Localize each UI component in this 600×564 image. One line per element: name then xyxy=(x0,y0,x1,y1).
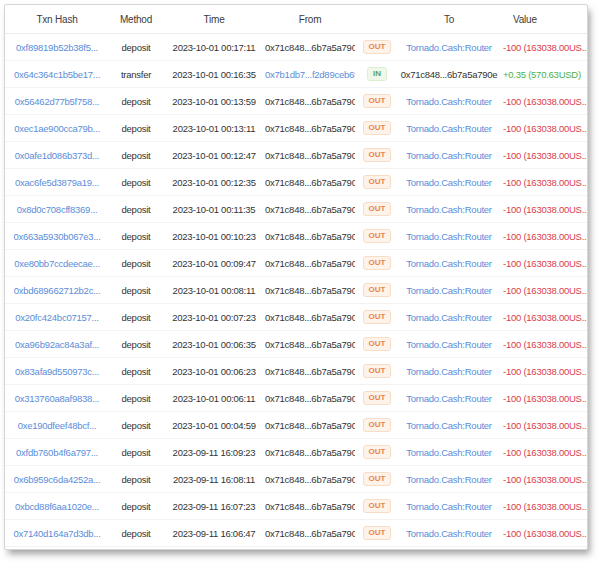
table-header-row: Txn Hash Method Time From To Value xyxy=(5,5,587,34)
direction-badge-wrap: OUT xyxy=(355,121,399,135)
time-cell: 2023-10-01 00:17:11 xyxy=(163,42,265,53)
value-cell: -100 (163038.00US... xyxy=(499,42,587,53)
to-link[interactable]: Tornado.Cash:Router xyxy=(399,312,499,323)
direction-badge-wrap: OUT xyxy=(355,229,399,243)
txn-hash-link[interactable]: 0x313760a8af9838... xyxy=(5,393,109,404)
to-link[interactable]: Tornado.Cash:Router xyxy=(399,177,499,188)
direction-badge: OUT xyxy=(363,202,392,216)
method-cell: deposit xyxy=(109,501,163,512)
txn-hash-link[interactable]: 0x20fc424bc07157... xyxy=(5,312,109,323)
txn-hash-link[interactable]: 0x83afa9d550973c... xyxy=(5,366,109,377)
method-cell: deposit xyxy=(109,528,163,539)
table-row: 0xbd689662712b2c... deposit 2023-10-01 0… xyxy=(5,277,587,304)
table-row: 0x663a5930b067e3... deposit 2023-10-01 0… xyxy=(5,223,587,250)
table-row: 0x5c3afa70041822... deposit 2023-09-11 1… xyxy=(5,547,587,550)
to-link[interactable]: Tornado.Cash:Router xyxy=(399,393,499,404)
value-cell: -100 (163038.00US... xyxy=(499,177,587,188)
table-row: 0x313760a8af9838... deposit 2023-10-01 0… xyxy=(5,385,587,412)
to-link[interactable]: Tornado.Cash:Router xyxy=(399,42,499,53)
to-link[interactable]: Tornado.Cash:Router xyxy=(399,231,499,242)
from-address: 0x71c848...6b7a5a790e xyxy=(265,447,355,458)
time-cell: 2023-10-01 00:06:35 xyxy=(163,339,265,350)
table-row: 0x56462d77b5f758... deposit 2023-10-01 0… xyxy=(5,88,587,115)
column-header-txn-hash: Txn Hash xyxy=(5,14,109,25)
to-link[interactable]: Tornado.Cash:Router xyxy=(399,258,499,269)
table-row: 0x20fc424bc07157... deposit 2023-10-01 0… xyxy=(5,304,587,331)
direction-badge: OUT xyxy=(363,337,392,351)
txn-hash-link[interactable]: 0x0afe1d086b373d... xyxy=(5,150,109,161)
time-cell: 2023-10-01 00:06:23 xyxy=(163,366,265,377)
to-link[interactable]: Tornado.Cash:Router xyxy=(399,420,499,431)
table-row: 0x7140d164a7d3db... deposit 2023-09-11 1… xyxy=(5,520,587,547)
to-link[interactable]: Tornado.Cash:Router xyxy=(399,501,499,512)
method-cell: deposit xyxy=(109,150,163,161)
txn-hash-link[interactable]: 0xe190dfeef48bcf... xyxy=(5,420,109,431)
txn-hash-link[interactable]: 0x56462d77b5f758... xyxy=(5,96,109,107)
txn-hash-link[interactable]: 0xac6fe5d3879a19... xyxy=(5,177,109,188)
direction-badge-wrap: OUT xyxy=(355,418,399,432)
to-link[interactable]: Tornado.Cash:Router xyxy=(399,528,499,539)
to-link[interactable]: Tornado.Cash:Router xyxy=(399,150,499,161)
from-address: 0x71c848...6b7a5a790e xyxy=(265,42,355,53)
to-link[interactable]: Tornado.Cash:Router xyxy=(399,366,499,377)
method-cell: deposit xyxy=(109,96,163,107)
direction-badge-wrap: OUT xyxy=(355,337,399,351)
time-cell: 2023-10-01 00:06:11 xyxy=(163,393,265,404)
time-cell: 2023-10-01 00:07:23 xyxy=(163,312,265,323)
column-header-method: Method xyxy=(109,14,163,25)
to-link[interactable]: Tornado.Cash:Router xyxy=(399,123,499,134)
from-address: 0x71c848...6b7a5a790e xyxy=(265,150,355,161)
value-cell: -100 (163038.00US... xyxy=(499,150,587,161)
from-address[interactable]: 0x7b1db7...f2d89ceb6f xyxy=(265,69,355,80)
txn-hash-link[interactable]: 0xe80bb7ccdeecae... xyxy=(5,258,109,269)
method-cell: deposit xyxy=(109,285,163,296)
direction-badge: OUT xyxy=(363,445,392,459)
txn-hash-link[interactable]: 0xfdb760b4f6a797... xyxy=(5,447,109,458)
to-link[interactable]: Tornado.Cash:Router xyxy=(399,96,499,107)
to-link[interactable]: Tornado.Cash:Router xyxy=(399,474,499,485)
table-row: 0xac6fe5d3879a19... deposit 2023-10-01 0… xyxy=(5,169,587,196)
from-address: 0x71c848...6b7a5a790e xyxy=(265,420,355,431)
direction-badge: OUT xyxy=(363,526,392,540)
column-header-value: Value xyxy=(499,14,587,25)
from-address: 0x71c848...6b7a5a790e xyxy=(265,339,355,350)
value-cell: -100 (163038.00US... xyxy=(499,285,587,296)
txn-hash-link[interactable]: 0xec1ae900cca79b... xyxy=(5,123,109,134)
txn-hash-link[interactable]: 0xa96b92ac84a3af... xyxy=(5,339,109,350)
time-cell: 2023-09-11 16:08:11 xyxy=(163,474,265,485)
direction-badge-wrap: OUT xyxy=(355,526,399,540)
txn-hash-link[interactable]: 0x8d0c708cff8369... xyxy=(5,204,109,215)
from-address: 0x71c848...6b7a5a790e xyxy=(265,393,355,404)
direction-badge: OUT xyxy=(363,229,392,243)
direction-badge: OUT xyxy=(363,40,392,54)
direction-badge: OUT xyxy=(363,121,392,135)
txn-hash-link[interactable]: 0xbcd88f6aa1020e... xyxy=(5,501,109,512)
time-cell: 2023-09-11 16:09:23 xyxy=(163,447,265,458)
to-link[interactable]: Tornado.Cash:Router xyxy=(399,204,499,215)
txn-hash-link[interactable]: 0x6b959c6da4252a... xyxy=(5,474,109,485)
value-cell: -100 (163038.00US... xyxy=(499,420,587,431)
direction-badge: OUT xyxy=(363,364,392,378)
method-cell: deposit xyxy=(109,366,163,377)
direction-badge: OUT xyxy=(363,94,392,108)
from-address: 0x71c848...6b7a5a790e xyxy=(265,366,355,377)
txn-hash-link[interactable]: 0xbd689662712b2c... xyxy=(5,285,109,296)
time-cell: 2023-10-01 00:08:11 xyxy=(163,285,265,296)
table-body: 0xf89819b52b38f5... deposit 2023-10-01 0… xyxy=(5,34,587,550)
value-cell: -100 (163038.00US... xyxy=(499,528,587,539)
table-row: 0x6b959c6da4252a... deposit 2023-09-11 1… xyxy=(5,466,587,493)
txn-hash-link[interactable]: 0x7140d164a7d3db... xyxy=(5,528,109,539)
to-link[interactable]: Tornado.Cash:Router xyxy=(399,339,499,350)
method-cell: transfer xyxy=(109,69,163,80)
txn-hash-link[interactable]: 0xf89819b52b38f5... xyxy=(5,42,109,53)
from-address: 0x71c848...6b7a5a790e xyxy=(265,501,355,512)
from-address: 0x71c848...6b7a5a790e xyxy=(265,177,355,188)
table-row: 0xe190dfeef48bcf... deposit 2023-10-01 0… xyxy=(5,412,587,439)
to-link[interactable]: Tornado.Cash:Router xyxy=(399,447,499,458)
time-cell: 2023-10-01 00:04:59 xyxy=(163,420,265,431)
txn-hash-link[interactable]: 0x663a5930b067e3... xyxy=(5,231,109,242)
table-row: 0xbcd88f6aa1020e... deposit 2023-09-11 1… xyxy=(5,493,587,520)
to-link[interactable]: Tornado.Cash:Router xyxy=(399,285,499,296)
txn-hash-link[interactable]: 0x64c364c1b5be17... xyxy=(5,69,109,80)
time-cell: 2023-10-01 00:10:23 xyxy=(163,231,265,242)
